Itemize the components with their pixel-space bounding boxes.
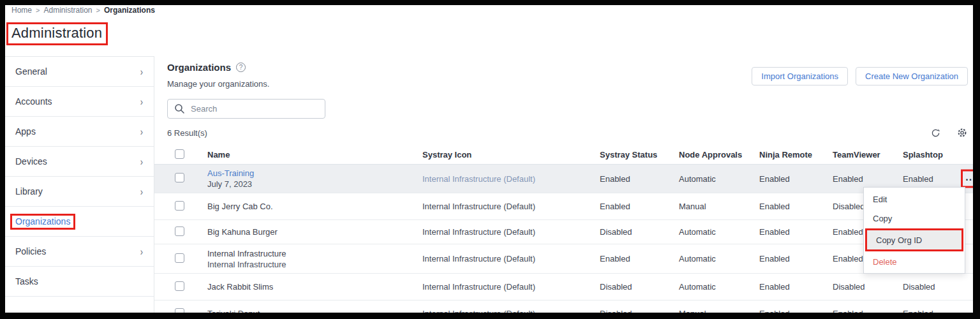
row-checkbox[interactable] — [175, 253, 184, 263]
table-row[interactable]: Teriyaki Donut Internal Infrastructure (… — [154, 300, 973, 319]
refresh-icon[interactable] — [931, 128, 940, 138]
ninja-remote-value: Enabled — [759, 202, 833, 211]
page-title: Administration — [6, 22, 108, 45]
org-name-link[interactable]: Teriyaki Donut — [207, 309, 422, 318]
ninja-remote-value: Enabled — [759, 309, 833, 318]
row-checkbox[interactable] — [175, 226, 184, 236]
systray-status-value: Disabled — [600, 282, 679, 292]
ninja-remote-value: Enabled — [759, 282, 833, 292]
systray-icon-value[interactable]: Internal Infrastructure (Default) — [422, 227, 600, 237]
org-subtitle: Internal Infrastructure — [207, 260, 422, 269]
context-menu-copy[interactable]: Copy — [864, 209, 965, 228]
row-checkbox[interactable] — [175, 201, 184, 211]
row-actions-button[interactable]: ... — [965, 172, 976, 186]
splashtop-value: Enabled — [903, 174, 951, 184]
administration-page: Home > Administration > Organizations Ad… — [0, 0, 980, 319]
systray-status-value: Disabled — [600, 227, 679, 237]
row-checkbox[interactable] — [175, 173, 184, 182]
sidebar-item-apps[interactable]: Apps › — [5, 117, 154, 147]
org-name-link[interactable]: Big Kahuna Burger — [207, 227, 422, 237]
chevron-right-icon: › — [140, 246, 143, 257]
chevron-right-icon: › — [140, 96, 143, 107]
breadcrumb-administration[interactable]: Administration — [43, 6, 92, 15]
systray-icon-value[interactable]: Internal Infrastructure (Default) — [422, 202, 600, 211]
table-row[interactable]: Big Jerry Cab Co. Internal Infrastructur… — [154, 193, 973, 220]
table-body: Aus-Training July 7, 2023 Internal Infra… — [154, 165, 973, 319]
context-menu-edit[interactable]: Edit — [864, 189, 965, 209]
sidebar-item-general[interactable]: General › — [5, 57, 154, 87]
settings-gear-icon[interactable] — [957, 128, 967, 138]
context-menu-copy-org-id[interactable]: Copy Org ID — [867, 230, 961, 249]
systray-icon-value[interactable]: Internal Infrastructure (Default) — [422, 174, 600, 184]
systray-icon-value[interactable]: Internal Infrastructure (Default) — [422, 309, 600, 318]
systray-status-value: Enabled — [600, 202, 679, 211]
sidebar-item-tasks[interactable]: Tasks — [5, 267, 154, 297]
org-name-link[interactable]: Jack Rabbit Slims — [207, 282, 422, 292]
systray-status-value: Enabled — [600, 174, 679, 184]
table-row[interactable]: Internal Infrastructure Internal Infrast… — [154, 244, 973, 274]
table-row[interactable]: Aus-Training July 7, 2023 Internal Infra… — [154, 165, 973, 193]
teamviewer-value: Disabled — [833, 282, 903, 292]
breadcrumb-organizations: Organizations — [104, 6, 155, 15]
teamviewer-value: Enabled — [833, 309, 903, 318]
col-header-name[interactable]: Name — [198, 150, 422, 160]
org-name-link[interactable]: Aus-Training — [207, 168, 422, 178]
row-checkbox[interactable] — [175, 281, 184, 291]
col-header-systray-icon[interactable]: Systray Icon — [422, 150, 600, 160]
sidebar-item-devices[interactable]: Devices › — [5, 147, 154, 177]
node-approvals-value: Manual — [679, 309, 759, 318]
breadcrumb-home[interactable]: Home — [11, 6, 32, 15]
panel-title: Organizations — [167, 62, 231, 73]
row-actions-annotation: ... — [961, 170, 980, 188]
help-icon[interactable]: ? — [236, 63, 246, 72]
row-context-menu: Edit Copy Copy Org ID Delete — [863, 187, 965, 274]
org-name-link[interactable]: Big Jerry Cab Co. — [207, 202, 422, 211]
col-header-ninja-remote[interactable]: Ninja Remote — [759, 150, 833, 160]
sidebar-item-label: Accounts — [15, 96, 52, 107]
admin-sidebar: General › Accounts › Apps › Devices › Li… — [5, 56, 154, 313]
sidebar-item-label: Policies — [15, 246, 46, 256]
sidebar-item-organizations[interactable]: Organizations — [5, 207, 154, 237]
sidebar-item-label: Devices — [15, 156, 47, 167]
breadcrumb-separator-icon: > — [96, 6, 100, 14]
systray-status-value: Enabled — [600, 254, 679, 263]
col-header-splashtop[interactable]: Splashtop — [903, 150, 951, 160]
search-input[interactable] — [167, 99, 325, 119]
node-approvals-value: Automatic — [679, 282, 759, 292]
systray-icon-value[interactable]: Internal Infrastructure (Default) — [422, 254, 600, 263]
import-organizations-button[interactable]: Import Organizations — [752, 67, 848, 85]
sidebar-item-policies[interactable]: Policies › — [5, 237, 154, 267]
sidebar-item-label: Tasks — [15, 276, 38, 286]
organizations-panel: Organizations ? Manage your organization… — [154, 56, 973, 313]
results-count: 6 Result(s) — [167, 128, 207, 138]
table-row[interactable]: Jack Rabbit Slims Internal Infrastructur… — [154, 274, 973, 300]
ninja-remote-value: Enabled — [759, 254, 833, 263]
create-new-organization-button[interactable]: Create New Organization — [856, 67, 968, 85]
teamviewer-value: Enabled — [833, 174, 903, 184]
sidebar-item-label: Apps — [15, 126, 36, 137]
chevron-right-icon: › — [140, 186, 143, 197]
node-approvals-value: Automatic — [679, 174, 759, 184]
context-menu-delete[interactable]: Delete — [864, 252, 965, 271]
splashtop-value: Enabled — [903, 309, 951, 318]
select-all-checkbox[interactable] — [175, 149, 184, 159]
org-name-link[interactable]: Internal Infrastructure — [207, 249, 422, 258]
col-header-teamviewer[interactable]: TeamViewer — [833, 150, 903, 160]
systray-icon-value[interactable]: Internal Infrastructure (Default) — [422, 282, 600, 292]
systray-status-value: Disabled — [600, 309, 679, 318]
sidebar-item-library[interactable]: Library › — [5, 177, 154, 207]
chevron-right-icon: › — [140, 126, 143, 137]
row-checkbox[interactable] — [175, 308, 184, 318]
table-row[interactable]: Big Kahuna Burger Internal Infrastructur… — [154, 220, 973, 244]
col-header-node-approvals[interactable]: Node Approvals — [679, 150, 759, 160]
ninja-remote-value: Enabled — [759, 227, 833, 237]
org-subtitle: July 7, 2023 — [207, 179, 422, 189]
col-header-systray-status[interactable]: Systray Status — [600, 150, 679, 160]
sidebar-item-accounts[interactable]: Accounts › — [5, 87, 154, 117]
search-icon — [174, 103, 185, 114]
table-header-row: Name Systray Icon Systray Status Node Ap… — [154, 145, 973, 165]
panel-description: Manage your organizations. — [167, 79, 269, 89]
copy-org-id-annotation: Copy Org ID — [865, 228, 963, 251]
node-approvals-value: Automatic — [679, 254, 759, 263]
splashtop-value: Disabled — [903, 282, 951, 292]
